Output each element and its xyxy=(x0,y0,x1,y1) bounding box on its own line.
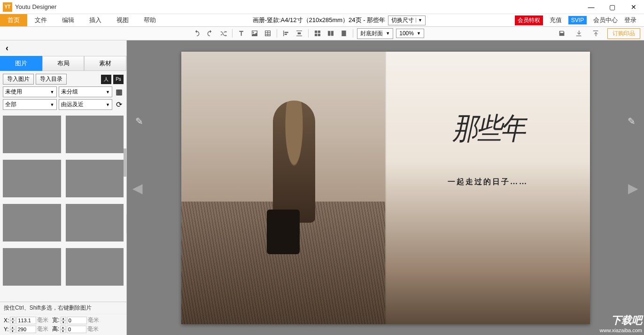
cover-subtitle-text[interactable]: 一起走过的日子…… xyxy=(448,177,528,187)
back-cover-page[interactable] xyxy=(181,52,385,324)
tab-images[interactable]: 图片 xyxy=(0,56,42,71)
group-filter-dropdown[interactable]: 未分组▼ xyxy=(59,86,113,97)
tab-layout[interactable]: 布局 xyxy=(42,56,85,71)
close-button[interactable]: ✕ xyxy=(623,0,644,14)
align-left-button[interactable] xyxy=(281,28,291,39)
thumbnail[interactable] xyxy=(3,248,61,286)
app-title: Youtu Designer xyxy=(15,3,56,10)
menu-home[interactable]: 首页 xyxy=(0,14,27,26)
undo-button[interactable] xyxy=(192,28,202,39)
edit-left-icon[interactable]: ✎ xyxy=(135,116,143,127)
text-tool-button[interactable] xyxy=(236,28,247,39)
ps-icon[interactable]: Ps xyxy=(113,75,124,84)
titlebar: YT Youtu Designer ― ▢ ✕ xyxy=(0,0,644,14)
order-print-button[interactable]: 订购印品 xyxy=(607,28,640,39)
member-center-link[interactable]: 会员中心 xyxy=(593,16,618,24)
page-selector-dropdown[interactable]: 封底封面▼ xyxy=(357,28,393,39)
menubar: 首页 文件 编辑 插入 视图 帮助 画册-竖款:A4/12寸（210x285mm… xyxy=(0,14,644,26)
single-view-button[interactable] xyxy=(339,28,349,39)
sidebar-scrollbar[interactable] xyxy=(124,148,126,177)
sidebar-hint: 按住Ctrl、Shift多选，右键删除图片 xyxy=(0,302,126,314)
thumbnail[interactable] xyxy=(3,160,61,197)
prev-page-button[interactable]: ◀ xyxy=(132,180,143,195)
thumbnail[interactable] xyxy=(66,116,124,153)
maximize-button[interactable]: ▢ xyxy=(602,0,623,14)
svip-badge[interactable]: SVIP xyxy=(568,16,587,24)
x-input[interactable] xyxy=(16,317,36,324)
tab-materials[interactable]: 素材 xyxy=(84,56,126,71)
image-tool-button[interactable] xyxy=(249,28,260,39)
thumbnail[interactable] xyxy=(66,204,124,242)
import-image-button[interactable]: 导入图片 xyxy=(3,74,34,85)
member-privilege-badge[interactable]: 会员特权 xyxy=(515,16,543,25)
sidebar: ‹ 图片 布局 素材 导入图片 导入目录 人 Ps 未使用▼ 未分组▼ ▦ 全部… xyxy=(0,40,127,335)
y-input[interactable] xyxy=(16,326,36,333)
front-cover-page[interactable]: 那些年 一起走过的日子…… xyxy=(385,52,590,324)
table-tool-button[interactable] xyxy=(263,28,273,39)
page-spread[interactable]: 那些年 一起走过的日子…… xyxy=(181,52,590,324)
all-filter-dropdown[interactable]: 全部▼ xyxy=(3,99,57,110)
thumbnail[interactable] xyxy=(3,116,61,153)
back-button[interactable]: ‹ xyxy=(0,40,126,56)
thumbnail[interactable] xyxy=(3,204,61,242)
height-input[interactable] xyxy=(67,326,86,333)
redo-button[interactable] xyxy=(205,28,215,39)
app-logo: YT xyxy=(3,2,12,12)
menu-edit[interactable]: 编辑 xyxy=(54,14,82,26)
document-title: 画册-竖款:A4/12寸（210x285mm）24页 - 那些年 xyxy=(253,16,385,24)
distribute-button[interactable] xyxy=(294,28,304,39)
menu-help[interactable]: 帮助 xyxy=(136,14,163,26)
grid-small-icon[interactable]: ▦ xyxy=(114,87,124,97)
menu-file[interactable]: 文件 xyxy=(27,14,54,26)
coords-panel: X:▲▼毫米 宽:▲▼毫米 Y:▲▼毫米 高:▲▼毫米 xyxy=(0,314,126,335)
login-link[interactable]: 登录 xyxy=(624,16,636,24)
export-icon[interactable] xyxy=(590,28,601,39)
edit-right-icon[interactable]: ✎ xyxy=(628,116,636,127)
minimize-button[interactable]: ― xyxy=(581,0,602,14)
shuffle-button[interactable] xyxy=(218,28,228,39)
width-input[interactable] xyxy=(67,317,87,324)
menu-view[interactable]: 视图 xyxy=(109,14,136,26)
spread-view-button[interactable] xyxy=(326,28,336,39)
thumbnail[interactable] xyxy=(66,248,124,286)
usage-filter-dropdown[interactable]: 未使用▼ xyxy=(3,86,57,97)
pdf-icon[interactable]: 人 xyxy=(101,75,111,84)
size-switch-dropdown[interactable]: 切换尺寸▼ xyxy=(388,16,426,25)
image-thumbnails xyxy=(0,113,126,302)
zoom-dropdown[interactable]: 100%▼ xyxy=(396,29,424,38)
recharge-link[interactable]: 充值 xyxy=(550,16,562,24)
watermark: 下载吧 www.xiazaiba.com xyxy=(600,313,642,333)
menu-insert[interactable]: 插入 xyxy=(82,14,109,26)
refresh-icon[interactable]: ⟳ xyxy=(114,100,124,109)
save-icon[interactable] xyxy=(557,28,567,39)
download-icon[interactable] xyxy=(574,28,584,39)
toolbar: 封底封面▼ 100%▼ 订购印品 xyxy=(0,26,644,40)
sort-dropdown[interactable]: 由远及近▼ xyxy=(59,99,113,110)
grid-view-button[interactable] xyxy=(312,28,323,39)
cover-title-text[interactable]: 那些年 xyxy=(452,108,524,149)
thumbnail[interactable] xyxy=(66,160,124,197)
canvas-area: ✎ ✎ ◀ ▶ 那些年 一起走过的日子…… 下载吧 www.xiazaiba.c… xyxy=(127,40,644,335)
next-page-button[interactable]: ▶ xyxy=(628,180,638,195)
import-folder-button[interactable]: 导入目录 xyxy=(36,74,67,85)
